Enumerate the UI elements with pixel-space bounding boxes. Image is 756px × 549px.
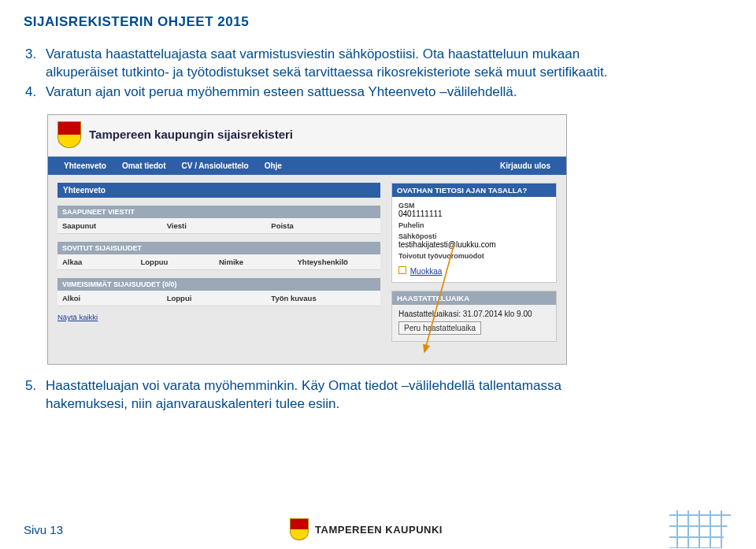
cancel-interview-button[interactable]: Peru haastatteluaika — [398, 321, 481, 335]
left-column: Yhteenveto SAAPUNEET VIESTIT Saapunut Vi… — [57, 183, 380, 353]
tab-omat-tiedot[interactable]: Omat tiedot — [114, 157, 174, 175]
brand-text: TAMPEREEN KAUPUNKI — [315, 524, 443, 536]
app-title: Tampereen kaupungin sijaisrekisteri — [89, 128, 293, 141]
decorative-grid-icon — [669, 510, 732, 548]
section-saapuneet-viestit: SAAPUNEET VIESTIT — [57, 206, 380, 218]
col-header: Nimike — [219, 258, 298, 266]
info-box: OVATHAN TIETOSI AJAN TASALLA? GSM 040111… — [391, 183, 557, 283]
gsm-value: 0401111111 — [398, 210, 550, 218]
phone-label: Puhelin — [398, 221, 550, 229]
edit-link[interactable]: Muokkaa — [410, 267, 443, 276]
city-crest-icon — [57, 121, 81, 148]
bullet-text: Varatusta haastatteluajasta saat varmist… — [46, 46, 638, 82]
info-box-title: OVATHAN TIETOSI AJAN TASALLA? — [392, 184, 556, 197]
pencil-icon — [398, 266, 406, 274]
table-sovitut: Alkaa Loppuu Nimike Yhteyshenkilö — [57, 254, 380, 270]
page-number: Sivu 13 — [24, 523, 63, 536]
shifts-label: Toivotut työvuoromuodot — [398, 252, 550, 260]
logout-link[interactable]: Kirjaudu ulos — [492, 157, 558, 175]
bullet-text: Haastatteluajan voi varata myöhemminkin.… — [46, 377, 638, 414]
bullet-number: 4. — [25, 83, 46, 102]
app-header: Tampereen kaupungin sijaisrekisteri — [48, 115, 566, 157]
section-viimeisimmat-sijaisuudet: VIIMEISIMMÄT SIJAISUUDET (0/0) — [57, 278, 380, 291]
col-header: Loppuu — [141, 258, 220, 266]
col-header: Työn kuvaus — [271, 294, 376, 302]
panel-title-yhteenveto: Yhteenveto — [57, 183, 380, 198]
email-label: Sähköposti — [398, 232, 550, 240]
tab-ohje[interactable]: Ohje — [257, 157, 290, 175]
app-screenshot: Tampereen kaupungin sijaisrekisteri Yhte… — [47, 114, 567, 365]
interview-detail: Haastatteluaikasi: 31.07.2014 klo 9.00 — [398, 310, 550, 318]
gsm-label: GSM — [398, 202, 550, 210]
tab-yhteenveto[interactable]: Yhteenveto — [56, 157, 114, 175]
interview-box-title: HAASTATTELUAIKA — [392, 291, 556, 305]
col-header: Poista — [271, 221, 376, 230]
show-all-link[interactable]: Näytä kaikki — [57, 313, 98, 321]
interview-box: HAASTATTELUAIKA Haastatteluaikasi: 31.07… — [391, 291, 557, 342]
section-sovitut-sijaisuudet: SOVITUT SIJAISUUDET — [57, 242, 380, 254]
table-saapuneet: Saapunut Viesti Poista — [57, 218, 380, 234]
col-header: Alkoi — [62, 294, 167, 302]
body-text: 3. Varatusta haastatteluajasta saat varm… — [24, 46, 638, 102]
footer-brand: TAMPEREEN KAUPUNKI — [290, 518, 443, 540]
body-text-lower: 5. Haastatteluajan voi varata myöhemmink… — [24, 377, 638, 414]
col-header: Viesti — [167, 221, 272, 230]
bullet-text: Varatun ajan voit perua myöhemmin esteen… — [46, 83, 638, 102]
bullet-number: 5. — [25, 377, 46, 414]
page-footer: Sivu 13 TAMPEREEN KAUPUNKI — [0, 510, 756, 549]
app-nav: Yhteenveto Omat tiedot CV / Ansioluettel… — [48, 157, 566, 175]
email-value: testihakijatesti@luukku.com — [398, 240, 550, 249]
col-header: Alkaa — [62, 258, 141, 266]
col-header: Saapunut — [62, 221, 167, 230]
city-crest-icon — [290, 518, 309, 540]
doc-title: SIJAISREKISTERIN OHJEET 2015 — [24, 14, 732, 30]
right-column: OVATHAN TIETOSI AJAN TASALLA? GSM 040111… — [391, 183, 557, 353]
table-viimeisimmat: Alkoi Loppui Työn kuvaus — [57, 291, 380, 306]
col-header: Yhteyshenkilö — [298, 258, 376, 266]
tab-cv[interactable]: CV / Ansioluettelo — [173, 157, 256, 175]
col-header: Loppui — [167, 294, 272, 302]
bullet-number: 3. — [25, 46, 46, 82]
